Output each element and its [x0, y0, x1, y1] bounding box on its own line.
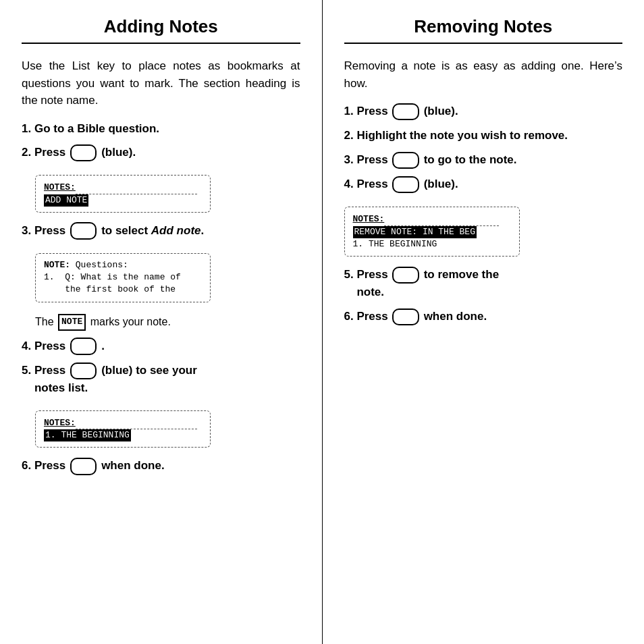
- step-num: 5.: [344, 268, 357, 281]
- screen-add-note: NOTES: ADD NOTE: [35, 175, 211, 212]
- screen3-line2: 1. THE BEGINNING: [44, 429, 202, 441]
- step-blue: (blue).: [101, 146, 136, 159]
- step-num: 4.: [344, 178, 357, 190]
- rscreen-line3: 1. THE BEGINNING: [353, 238, 511, 250]
- note-prefix: NOTE:: [44, 260, 70, 270]
- right-intro: Removing a note is as easy as adding one…: [344, 57, 623, 92]
- step-press: Press: [34, 459, 69, 472]
- note-badge: NOTE: [58, 314, 86, 331]
- screen2-line1: NOTE: Questions:: [44, 259, 202, 271]
- right-column: Removing Notes Removing a note is as eas…: [323, 0, 645, 644]
- step-when-done: when done.: [101, 459, 165, 472]
- step-press: Press: [356, 310, 391, 323]
- step-num: 3.: [22, 224, 34, 237]
- page: Adding Notes Use the List key to place n…: [0, 0, 644, 644]
- remove-note-highlight: REMOVE NOTE: IN THE BEG: [353, 226, 477, 238]
- step-press: Press: [356, 178, 391, 190]
- step-press: Press: [34, 146, 65, 159]
- r-notes-label: NOTES:: [353, 214, 385, 224]
- left-step-1: 1. Go to a Bible question.: [22, 120, 300, 138]
- left-step-4: 4. Press .: [22, 338, 300, 355]
- add-note-italic: Add note: [151, 224, 201, 237]
- step-num: 5.: [22, 364, 34, 377]
- step-press: Press: [34, 224, 69, 237]
- step-num: 2.: [344, 129, 357, 142]
- right-step-5: 5. Press to remove the note.: [344, 266, 623, 301]
- step-to-select: to select: [101, 224, 151, 237]
- notes-label: NOTES:: [44, 182, 76, 192]
- right-title-rule: [344, 43, 623, 44]
- note-marks-line: The NOTE marks your note.: [35, 313, 300, 331]
- key-button-step6: [70, 458, 97, 475]
- step-num: 1.: [22, 122, 34, 135]
- right-step-2: 2. Highlight the note you wish to remove…: [344, 127, 623, 144]
- step-blue: (blue).: [424, 105, 458, 117]
- step-period: .: [101, 340, 105, 352]
- add-note-highlight: ADD NOTE: [44, 194, 88, 207]
- step-press: Press: [356, 268, 391, 281]
- right-step-6: 6. Press when done.: [344, 308, 623, 325]
- step-to-go: to go to the note.: [424, 153, 517, 166]
- key-button-step3: [70, 222, 97, 240]
- step-press: Press: [356, 105, 391, 117]
- key-button-step5: [70, 363, 97, 380]
- screen-question: NOTE: Questions: 1. Q: What is the name …: [35, 253, 211, 302]
- note-marks-text1: The: [35, 316, 54, 327]
- step-num: 6.: [344, 310, 357, 323]
- screen1-line2: ADD NOTE: [44, 194, 202, 207]
- rscreen-line2: REMOVE NOTE: IN THE BEG: [353, 226, 511, 238]
- left-column: Adding Notes Use the List key to place n…: [0, 0, 322, 644]
- step-text: Highlight the note you wish to remove.: [356, 129, 568, 142]
- step-num: 4.: [22, 340, 34, 352]
- step-num: 3.: [344, 153, 357, 166]
- step-num: 6.: [22, 459, 34, 472]
- r-key-button-step3: [392, 152, 419, 169]
- screen2-line2: 1. Q: What is the name of: [44, 271, 202, 284]
- r-key-button-step1: [392, 103, 419, 121]
- screen-notes-list: NOTES: 1. THE BEGINNING: [35, 410, 211, 448]
- left-intro: Use the List key to place notes as bookm…: [22, 57, 300, 109]
- r-key-button-step4: [392, 176, 419, 194]
- note-marks-text2: marks your note.: [90, 316, 171, 327]
- key-button-step2: [70, 144, 97, 162]
- step-press: Press: [34, 364, 69, 377]
- screen3-line1: NOTES:: [44, 417, 202, 429]
- left-step-2: 2. Press (blue).: [22, 144, 300, 161]
- step-text: Go to a Bible question.: [34, 122, 159, 135]
- notes-label2: NOTES:: [44, 418, 76, 428]
- rscreen-line1: NOTES:: [353, 213, 511, 225]
- left-step-3: 3. Press to select Add note.: [22, 222, 300, 240]
- step-when-done: when done.: [424, 310, 487, 323]
- right-step-1: 1. Press (blue).: [344, 103, 623, 120]
- step-press: Press: [34, 340, 69, 352]
- beginning-highlight: 1. THE BEGINNING: [44, 429, 131, 441]
- left-step-5: 5. Press (blue) to see your notes list.: [22, 362, 300, 397]
- step-press: Press: [356, 153, 391, 166]
- left-title: Adding Notes: [22, 16, 300, 37]
- r-key-button-step5: [392, 267, 419, 284]
- right-title: Removing Notes: [344, 16, 623, 37]
- screen2-line3: the first book of the: [44, 284, 202, 296]
- left-step-6: 6. Press when done.: [22, 457, 300, 475]
- step-blue2: (blue).: [424, 178, 458, 190]
- right-step-3: 3. Press to go to the note.: [344, 151, 623, 169]
- r-key-button-step6: [392, 308, 419, 326]
- right-step-4: 4. Press (blue).: [344, 176, 623, 193]
- key-button-step4: [70, 338, 97, 355]
- step-num: 2.: [22, 146, 34, 159]
- left-title-rule: [22, 43, 300, 44]
- step-num: 1.: [344, 105, 357, 117]
- screen-remove-note: NOTES: REMOVE NOTE: IN THE BEG 1. THE BE…: [344, 207, 520, 257]
- screen1-line1: NOTES:: [44, 181, 202, 194]
